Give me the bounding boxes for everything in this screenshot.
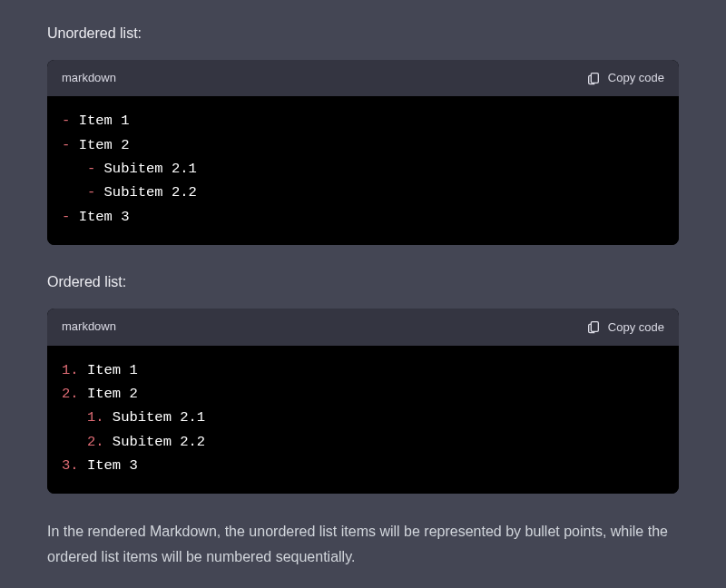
svg-rect-1 bbox=[591, 322, 598, 332]
svg-rect-0 bbox=[591, 74, 598, 83]
copy-code-button[interactable]: Copy code bbox=[586, 319, 664, 334]
copy-code-label: Copy code bbox=[608, 320, 664, 334]
code-header: markdown Copy code bbox=[47, 309, 679, 346]
clipboard-icon bbox=[586, 319, 601, 334]
copy-code-button[interactable]: Copy code bbox=[586, 71, 664, 85]
code-lang-label: markdown bbox=[62, 69, 116, 88]
code-header: markdown Copy code bbox=[47, 60, 679, 97]
code-lang-label: markdown bbox=[62, 318, 116, 337]
copy-code-label: Copy code bbox=[608, 71, 664, 84]
ordered-list-heading: Ordered list: bbox=[47, 270, 679, 294]
code-body-unordered: - Item 1 - Item 2 - Subitem 2.1 - Subite… bbox=[47, 96, 679, 245]
code-block-ordered: markdown Copy code 1. Item 1 2. Item 2 1… bbox=[47, 309, 679, 495]
unordered-list-heading: Unordered list: bbox=[47, 22, 679, 45]
clipboard-icon bbox=[586, 71, 601, 85]
code-block-unordered: markdown Copy code - Item 1 - Item 2 - S… bbox=[47, 60, 679, 246]
explanation-text: In the rendered Markdown, the unordered … bbox=[47, 519, 679, 570]
code-body-ordered: 1. Item 1 2. Item 2 1. Subitem 2.1 2. Su… bbox=[47, 346, 679, 495]
